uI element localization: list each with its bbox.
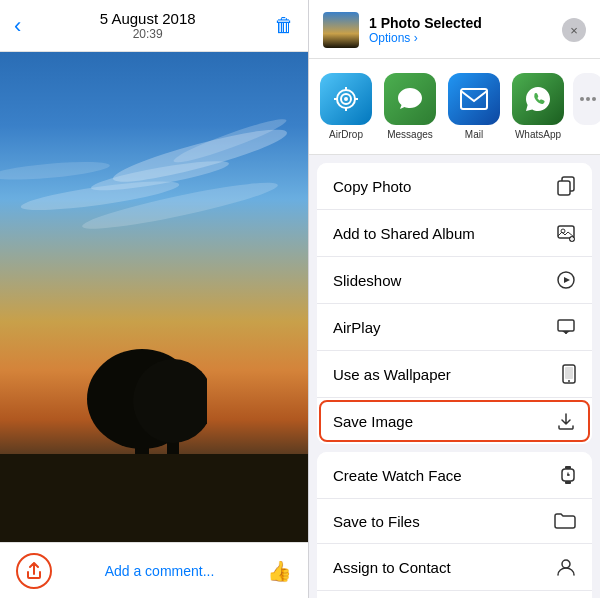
photo-footer: Add a comment... 👍 (0, 542, 308, 598)
whatsapp-label: WhatsApp (515, 129, 561, 140)
wallpaper-icon (562, 364, 576, 384)
create-watch-face-label: Create Watch Face (333, 467, 462, 484)
svg-point-18 (580, 97, 584, 101)
app-icons-row: AirDrop Messages Mail (309, 59, 600, 155)
action-save-image[interactable]: Save Image (317, 398, 592, 444)
action-list: Copy Photo Add to Shared Album S (309, 155, 600, 598)
photo-time: 20:39 (21, 27, 274, 41)
save-image-label: Save Image (333, 413, 413, 430)
app-messages[interactable]: Messages (381, 73, 439, 140)
action-wallpaper[interactable]: Use as Wallpaper (317, 351, 592, 398)
svg-point-42 (562, 560, 570, 568)
action-assign-to-contact[interactable]: Assign to Contact (317, 544, 592, 591)
svg-rect-17 (461, 89, 487, 109)
svg-point-35 (568, 380, 570, 382)
svg-rect-38 (565, 481, 571, 484)
wallpaper-label: Use as Wallpaper (333, 366, 451, 383)
slideshow-icon (556, 270, 576, 290)
svg-rect-34 (565, 367, 573, 379)
svg-point-20 (592, 97, 596, 101)
photo-date: 5 August 2018 (21, 10, 274, 27)
selected-photo-thumb (323, 12, 359, 48)
svg-rect-30 (558, 320, 574, 331)
action-airplay[interactable]: AirPlay (317, 304, 592, 351)
save-image-icon (556, 411, 576, 431)
whatsapp-icon (512, 73, 564, 125)
save-to-files-icon (554, 512, 576, 530)
airplay-label: AirPlay (333, 319, 381, 336)
airplay-icon (556, 317, 576, 337)
add-shared-album-icon (556, 223, 576, 243)
action-slideshow[interactable]: Slideshow (317, 257, 592, 304)
app-more-partial[interactable] (573, 73, 600, 125)
sheet-title: 1 Photo Selected (369, 15, 482, 31)
action-group-2: Create Watch Face Save to Files Assign t… (317, 452, 592, 598)
svg-point-19 (586, 97, 590, 101)
action-group-1: Copy Photo Add to Shared Album S (317, 163, 592, 444)
svg-point-5 (0, 159, 110, 183)
ground (0, 454, 308, 542)
photo-display (0, 52, 308, 542)
add-shared-album-label: Add to Shared Album (333, 225, 475, 242)
back-button[interactable]: ‹ (14, 13, 21, 39)
assign-contact-icon (556, 557, 576, 577)
share-icon (26, 562, 42, 580)
slideshow-label: Slideshow (333, 272, 401, 289)
close-button[interactable]: × (562, 18, 586, 42)
copy-photo-icon (556, 176, 576, 196)
copy-photo-label: Copy Photo (333, 178, 411, 195)
photo-background (0, 52, 308, 542)
action-print[interactable]: Print (317, 591, 592, 598)
share-button[interactable] (16, 553, 52, 589)
app-whatsapp[interactable]: WhatsApp (509, 73, 567, 140)
photo-header: ‹ 5 August 2018 20:39 🗑 (0, 0, 308, 52)
assign-to-contact-label: Assign to Contact (333, 559, 451, 576)
sheet-header-left: 1 Photo Selected Options › (323, 12, 482, 48)
tree-svg (77, 329, 207, 469)
action-add-shared-album[interactable]: Add to Shared Album (317, 210, 592, 257)
cloud-svg (0, 91, 308, 361)
svg-point-12 (344, 97, 348, 101)
airdrop-label: AirDrop (329, 129, 363, 140)
messages-icon (384, 73, 436, 125)
sheet-header: 1 Photo Selected Options › × (309, 0, 600, 59)
app-airdrop[interactable]: AirDrop (317, 73, 375, 140)
trash-button[interactable]: 🗑 (274, 14, 294, 37)
action-copy-photo[interactable]: Copy Photo (317, 163, 592, 210)
svg-rect-22 (558, 181, 570, 195)
action-create-watch-face[interactable]: Create Watch Face (317, 452, 592, 499)
messages-label: Messages (387, 129, 433, 140)
more-apps-icon (573, 73, 600, 125)
comment-button[interactable]: Add a comment... (64, 563, 255, 579)
airdrop-icon (320, 73, 372, 125)
save-to-files-label: Save to Files (333, 513, 420, 530)
like-button[interactable]: 👍 (267, 559, 292, 583)
mail-icon (448, 73, 500, 125)
sheet-title-area: 1 Photo Selected Options › (369, 15, 482, 45)
watch-face-icon (560, 465, 576, 485)
header-title: 5 August 2018 20:39 (21, 10, 274, 41)
action-save-to-files[interactable]: Save to Files (317, 499, 592, 544)
share-sheet: 1 Photo Selected Options › × AirDrop (308, 0, 600, 598)
app-mail[interactable]: Mail (445, 73, 503, 140)
svg-rect-37 (565, 466, 571, 469)
sheet-options[interactable]: Options › (369, 31, 482, 45)
svg-marker-29 (564, 277, 570, 283)
mail-label: Mail (465, 129, 483, 140)
photo-viewer-panel: ‹ 5 August 2018 20:39 🗑 (0, 0, 308, 598)
